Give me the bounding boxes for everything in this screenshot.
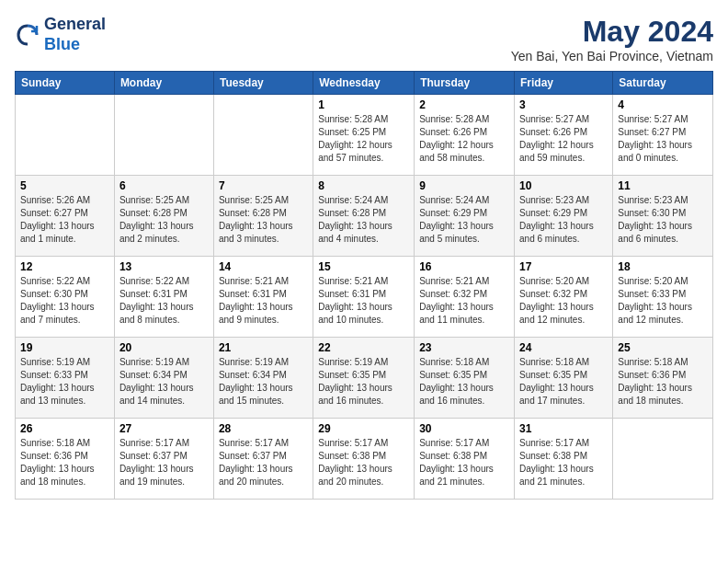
day-info: Sunrise: 5:18 AMSunset: 6:36 PMDaylight:…	[618, 356, 708, 408]
calendar-table: Sunday Monday Tuesday Wednesday Thursday…	[15, 71, 713, 500]
calendar-cell: 5Sunrise: 5:26 AMSunset: 6:27 PMDaylight…	[16, 176, 115, 257]
day-info: Sunrise: 5:17 AMSunset: 6:38 PMDaylight:…	[519, 437, 608, 488]
day-number: 15	[318, 260, 409, 273]
day-info: Sunrise: 5:17 AMSunset: 6:38 PMDaylight:…	[318, 437, 409, 488]
header-tuesday: Tuesday	[213, 72, 313, 95]
day-number: 3	[519, 98, 608, 111]
calendar-cell: 11Sunrise: 5:23 AMSunset: 6:30 PMDayligh…	[613, 176, 713, 257]
day-info: Sunrise: 5:17 AMSunset: 6:38 PMDaylight:…	[419, 437, 509, 488]
title-area: May 2024 Yen Bai, Yen Bai Province, Viet…	[511, 15, 713, 63]
calendar-cell: 2Sunrise: 5:28 AMSunset: 6:26 PMDaylight…	[415, 95, 515, 176]
day-number: 10	[519, 179, 608, 192]
logo-line1: General	[44, 15, 106, 33]
day-info: Sunrise: 5:21 AMSunset: 6:32 PMDaylight:…	[419, 275, 509, 327]
day-info: Sunrise: 5:23 AMSunset: 6:30 PMDaylight:…	[618, 194, 708, 246]
calendar-week-row: 26Sunrise: 5:18 AMSunset: 6:36 PMDayligh…	[16, 419, 713, 500]
day-number: 29	[318, 422, 409, 435]
day-info: Sunrise: 5:27 AMSunset: 6:27 PMDaylight:…	[618, 113, 708, 165]
calendar-cell: 16Sunrise: 5:21 AMSunset: 6:32 PMDayligh…	[415, 257, 515, 338]
calendar-week-row: 19Sunrise: 5:19 AMSunset: 6:33 PMDayligh…	[16, 338, 713, 419]
day-number: 17	[519, 260, 608, 273]
calendar-cell: 25Sunrise: 5:18 AMSunset: 6:36 PMDayligh…	[613, 338, 713, 419]
day-info: Sunrise: 5:26 AMSunset: 6:27 PMDaylight:…	[20, 194, 109, 246]
calendar-cell: 31Sunrise: 5:17 AMSunset: 6:38 PMDayligh…	[515, 419, 613, 500]
day-info: Sunrise: 5:19 AMSunset: 6:34 PMDaylight:…	[219, 356, 308, 408]
calendar-cell: 29Sunrise: 5:17 AMSunset: 6:38 PMDayligh…	[313, 419, 415, 500]
day-number: 6	[119, 179, 209, 192]
header-wednesday: Wednesday	[313, 72, 415, 95]
page-header: General Blue May 2024 Yen Bai, Yen Bai P…	[15, 15, 713, 63]
calendar-cell	[16, 95, 115, 176]
logo-icon	[15, 22, 40, 48]
day-number: 23	[419, 341, 509, 354]
day-info: Sunrise: 5:21 AMSunset: 6:31 PMDaylight:…	[318, 275, 409, 327]
day-info: Sunrise: 5:21 AMSunset: 6:31 PMDaylight:…	[219, 275, 308, 327]
day-number: 1	[318, 98, 409, 111]
day-number: 27	[119, 422, 209, 435]
header-saturday: Saturday	[613, 72, 713, 95]
day-number: 24	[519, 341, 608, 354]
day-info: Sunrise: 5:19 AMSunset: 6:35 PMDaylight:…	[318, 356, 409, 408]
day-info: Sunrise: 5:23 AMSunset: 6:29 PMDaylight:…	[519, 194, 608, 246]
day-number: 16	[419, 260, 509, 273]
day-info: Sunrise: 5:24 AMSunset: 6:28 PMDaylight:…	[318, 194, 409, 246]
calendar-cell: 28Sunrise: 5:17 AMSunset: 6:37 PMDayligh…	[213, 419, 313, 500]
day-number: 31	[519, 422, 608, 435]
day-number: 14	[219, 260, 308, 273]
calendar-week-row: 12Sunrise: 5:22 AMSunset: 6:30 PMDayligh…	[16, 257, 713, 338]
day-info: Sunrise: 5:17 AMSunset: 6:37 PMDaylight:…	[219, 437, 308, 488]
day-number: 7	[219, 179, 308, 192]
calendar-cell	[613, 419, 713, 500]
weekday-header-row: Sunday Monday Tuesday Wednesday Thursday…	[16, 72, 713, 95]
calendar-cell: 4Sunrise: 5:27 AMSunset: 6:27 PMDaylight…	[613, 95, 713, 176]
day-info: Sunrise: 5:19 AMSunset: 6:34 PMDaylight:…	[119, 356, 209, 408]
day-number: 30	[419, 422, 509, 435]
day-number: 2	[419, 98, 509, 111]
day-number: 20	[119, 341, 209, 354]
calendar-cell: 1Sunrise: 5:28 AMSunset: 6:25 PMDaylight…	[313, 95, 415, 176]
day-info: Sunrise: 5:25 AMSunset: 6:28 PMDaylight:…	[219, 194, 308, 246]
day-info: Sunrise: 5:22 AMSunset: 6:31 PMDaylight:…	[119, 275, 209, 327]
calendar-cell: 13Sunrise: 5:22 AMSunset: 6:31 PMDayligh…	[114, 257, 213, 338]
day-info: Sunrise: 5:19 AMSunset: 6:33 PMDaylight:…	[20, 356, 109, 408]
day-number: 9	[419, 179, 509, 192]
calendar-cell: 17Sunrise: 5:20 AMSunset: 6:32 PMDayligh…	[515, 257, 613, 338]
month-title: May 2024	[511, 15, 713, 49]
calendar-cell: 22Sunrise: 5:19 AMSunset: 6:35 PMDayligh…	[313, 338, 415, 419]
calendar-cell: 30Sunrise: 5:17 AMSunset: 6:38 PMDayligh…	[415, 419, 515, 500]
day-number: 5	[20, 179, 109, 192]
calendar-cell	[114, 95, 213, 176]
header-sunday: Sunday	[16, 72, 115, 95]
day-info: Sunrise: 5:25 AMSunset: 6:28 PMDaylight:…	[119, 194, 209, 246]
day-info: Sunrise: 5:28 AMSunset: 6:26 PMDaylight:…	[419, 113, 509, 165]
day-number: 21	[219, 341, 308, 354]
location-title: Yen Bai, Yen Bai Province, Vietnam	[511, 49, 713, 63]
calendar-cell: 21Sunrise: 5:19 AMSunset: 6:34 PMDayligh…	[213, 338, 313, 419]
calendar-cell: 23Sunrise: 5:18 AMSunset: 6:35 PMDayligh…	[415, 338, 515, 419]
day-info: Sunrise: 5:27 AMSunset: 6:26 PMDaylight:…	[519, 113, 608, 165]
calendar-cell: 3Sunrise: 5:27 AMSunset: 6:26 PMDaylight…	[515, 95, 613, 176]
calendar-cell: 15Sunrise: 5:21 AMSunset: 6:31 PMDayligh…	[313, 257, 415, 338]
day-info: Sunrise: 5:20 AMSunset: 6:32 PMDaylight:…	[519, 275, 608, 327]
calendar-cell: 27Sunrise: 5:17 AMSunset: 6:37 PMDayligh…	[114, 419, 213, 500]
day-info: Sunrise: 5:17 AMSunset: 6:37 PMDaylight:…	[119, 437, 209, 488]
day-info: Sunrise: 5:28 AMSunset: 6:25 PMDaylight:…	[318, 113, 409, 165]
calendar-cell: 6Sunrise: 5:25 AMSunset: 6:28 PMDaylight…	[114, 176, 213, 257]
calendar-cell: 12Sunrise: 5:22 AMSunset: 6:30 PMDayligh…	[16, 257, 115, 338]
day-number: 28	[219, 422, 308, 435]
calendar-cell: 19Sunrise: 5:19 AMSunset: 6:33 PMDayligh…	[16, 338, 115, 419]
calendar-week-row: 1Sunrise: 5:28 AMSunset: 6:25 PMDaylight…	[16, 95, 713, 176]
logo-line2: Blue	[44, 35, 80, 53]
logo: General Blue	[15, 15, 106, 54]
header-friday: Friday	[515, 72, 613, 95]
day-number: 18	[618, 260, 708, 273]
day-number: 25	[618, 341, 708, 354]
calendar-cell: 9Sunrise: 5:24 AMSunset: 6:29 PMDaylight…	[415, 176, 515, 257]
calendar-cell: 18Sunrise: 5:20 AMSunset: 6:33 PMDayligh…	[613, 257, 713, 338]
day-number: 8	[318, 179, 409, 192]
calendar-cell: 8Sunrise: 5:24 AMSunset: 6:28 PMDaylight…	[313, 176, 415, 257]
calendar-cell: 10Sunrise: 5:23 AMSunset: 6:29 PMDayligh…	[515, 176, 613, 257]
calendar-week-row: 5Sunrise: 5:26 AMSunset: 6:27 PMDaylight…	[16, 176, 713, 257]
day-number: 4	[618, 98, 708, 111]
day-info: Sunrise: 5:20 AMSunset: 6:33 PMDaylight:…	[618, 275, 708, 327]
